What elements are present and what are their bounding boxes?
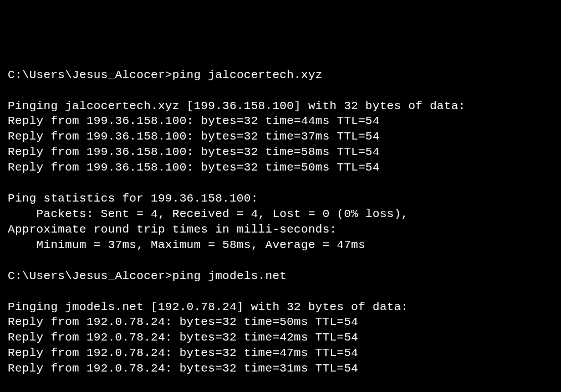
command-text: ping jmodels.net — [172, 270, 287, 282]
ping-reply: Reply from 192.0.78.24: bytes=32 time=47… — [8, 345, 553, 361]
ping-reply: Reply from 192.0.78.24: bytes=32 time=31… — [8, 361, 553, 376]
rtt-line: Minimum = 37ms, Maximum = 58ms, Average … — [8, 238, 553, 253]
command-text: ping jalcocertech.xyz — [172, 69, 323, 81]
prompt-path: C:\Users\Jesus_Alcocer — [8, 270, 165, 282]
ping-header-1: Pinging jalcocertech.xyz [199.36.158.100… — [8, 99, 553, 114]
ping-reply: Reply from 192.0.78.24: bytes=32 time=42… — [8, 330, 553, 345]
rtt-header: Approximate round trip times in milli-se… — [8, 222, 553, 238]
terminal-output[interactable]: C:\Users\Jesus_Alcocer>ping jalcocertech… — [8, 68, 553, 392]
ping-header-2: Pinging jmodels.net [192.0.78.24] with 3… — [8, 300, 553, 315]
ping-reply: Reply from 199.36.158.100: bytes=32 time… — [8, 160, 553, 176]
ping-reply: Reply from 199.36.158.100: bytes=32 time… — [8, 145, 553, 160]
prompt-line-1: C:\Users\Jesus_Alcocer>ping jalcocertech… — [8, 68, 553, 83]
blank-line — [8, 83, 553, 99]
blank-line — [8, 253, 553, 269]
prompt-path: C:\Users\Jesus_Alcocer — [8, 69, 165, 81]
ping-reply: Reply from 199.36.158.100: bytes=32 time… — [8, 129, 553, 145]
blank-line — [8, 376, 553, 392]
blank-line — [8, 284, 553, 300]
packets-line: Packets: Sent = 4, Received = 4, Lost = … — [8, 207, 553, 222]
stats-header: Ping statistics for 199.36.158.100: — [8, 191, 553, 207]
ping-reply: Reply from 199.36.158.100: bytes=32 time… — [8, 114, 553, 129]
prompt-line-2: C:\Users\Jesus_Alcocer>ping jmodels.net — [8, 269, 553, 284]
blank-line — [8, 176, 553, 191]
ping-reply: Reply from 192.0.78.24: bytes=32 time=50… — [8, 314, 553, 330]
